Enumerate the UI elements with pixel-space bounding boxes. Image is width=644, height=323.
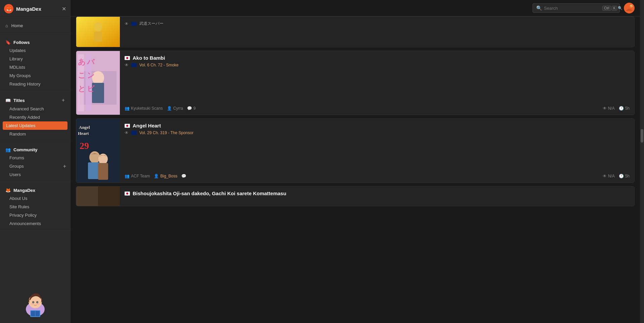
manga-meta-angel: 👥 ACF Team 👤 Big_Boss 💬 👁 [125, 174, 630, 178]
manga-title-angel[interactable]: Angel Heart [133, 123, 161, 128]
chapter-flag-angel [131, 131, 137, 135]
add-group-button[interactable]: + [63, 163, 66, 169]
community-icon: 👥 [5, 147, 11, 152]
chapter-link-angel[interactable]: Vol. 29 Ch. 319 - The Sponsor [139, 130, 193, 135]
community-section-header: 👥 Community [0, 144, 70, 154]
manga-title-bishou[interactable]: Bishoujokashita Oji-san dakedo, Gachi Ko… [133, 191, 286, 196]
bishou-cover-img [76, 186, 120, 206]
ako-cover-svg: あ こ と バ ン ビ [76, 51, 120, 115]
rating-val-angel: N/A [608, 174, 615, 178]
sidebar-item-advanced-search[interactable]: Advanced Search [0, 105, 70, 113]
svg-rect-18 [94, 32, 102, 42]
meta-right-angel: 👁 N/A 🕐 5h [603, 174, 630, 178]
meta-left-angel: 👥 ACF Team 👤 Big_Boss 💬 [125, 174, 186, 178]
logo-area[interactable]: 🦊 MangaDex [4, 4, 41, 13]
table-row: 👁 武道スーパー [76, 16, 635, 47]
sidebar-item-updates[interactable]: Updates [0, 46, 70, 55]
chapter-row-ako: 👁 Vol. 6 Ch. 72 - Smoke [125, 63, 630, 67]
sidebar-item-random[interactable]: Random [0, 130, 70, 138]
table-row: あ こ と バ ン ビ Ako to Bambi 👁 [76, 51, 635, 115]
avatar-icon [625, 4, 633, 12]
svg-text:ビ: ビ [87, 85, 95, 93]
comments-angel[interactable]: 💬 [181, 174, 186, 178]
manga-title-row-angel: Angel Heart [125, 123, 630, 128]
search-icon: 🔍 [536, 5, 542, 11]
svg-text:と: と [78, 85, 86, 93]
search-icon-btn: 🔍 [618, 6, 623, 10]
svg-rect-38 [98, 163, 108, 180]
clock-icon-ako: 🕐 [619, 106, 624, 111]
right-scrollbar[interactable] [640, 0, 644, 323]
manga-cover-bishou [76, 186, 120, 206]
close-sidebar-button[interactable]: ✕ [62, 6, 66, 12]
svg-point-9 [37, 303, 39, 305]
book-icon: 📖 [5, 98, 11, 103]
sidebar-item-mdlists[interactable]: MDLists [0, 63, 70, 71]
svg-rect-40 [76, 186, 98, 206]
add-title-button[interactable]: + [62, 97, 65, 103]
sidebar-item-my-groups[interactable]: My Groups [0, 71, 70, 80]
sidebar-item-home[interactable]: ⌂ Home [0, 20, 70, 31]
sidebar-header: 🦊 MangaDex ✕ [0, 0, 70, 18]
time-angel: 🕐 5h [619, 174, 630, 178]
eye-icon: 👁 [125, 21, 129, 26]
manga-info-ako: Ako to Bambi 👁 Vol. 6 Ch. 72 - Smoke 👥 K… [120, 51, 634, 115]
rating-ako: 👁 N/A [603, 106, 615, 111]
sidebar-item-about-us[interactable]: About Us [0, 194, 70, 203]
origin-flag-ako [125, 56, 130, 60]
sidebar-item-reading-history[interactable]: Reading History [0, 80, 70, 88]
sidebar-item-announcements[interactable]: Announcements [0, 219, 70, 228]
top-bar: 🔍 Ctrl K 🔍 [71, 0, 640, 16]
bookmark-icon: 🔖 [5, 40, 11, 45]
group-icon-ako: 👥 [125, 106, 130, 111]
svg-text:こ: こ [78, 71, 86, 79]
scrollbar-thumb[interactable] [641, 129, 643, 143]
sidebar-item-groups[interactable]: Groups [0, 162, 63, 170]
uploader-name-ako: Cyrra [173, 106, 183, 111]
manga-info-bishou: Bishoujokashita Oji-san dakedo, Gachi Ko… [120, 186, 634, 206]
sidebar-item-library[interactable]: Library [0, 55, 70, 63]
follows-label: Follows [13, 40, 30, 45]
follows-section: 🔖 Follows Updates Library MDLists My Gro… [0, 34, 70, 91]
search-input[interactable] [544, 6, 600, 11]
cover-top-img [76, 17, 120, 47]
uploader-ako[interactable]: 👤 Cyrra [167, 106, 183, 111]
manga-info: 👁 武道スーパー [120, 17, 634, 47]
titles-section: 📖 Titles + Advanced Search Recently Adde… [0, 91, 70, 141]
eye-icon-ako: 👁 [125, 63, 129, 67]
comment-icon-ako: 💬 [187, 106, 192, 111]
sidebar-item-site-rules[interactable]: Site Rules [0, 203, 70, 211]
group-icon-angel: 👥 [125, 174, 130, 178]
home-label: Home [11, 23, 23, 28]
eye-rating-icon-angel: 👁 [603, 174, 607, 178]
user-avatar[interactable] [624, 3, 635, 13]
sidebar-item-latest-updates[interactable]: Latest Updates [3, 121, 67, 130]
comments-ako[interactable]: 💬 9 [187, 106, 196, 111]
scanlator-angel[interactable]: 👥 ACF Team [125, 174, 150, 178]
uploader-angel[interactable]: 👤 Big_Boss [154, 174, 177, 178]
manga-title-ako[interactable]: Ako to Bambi [133, 55, 165, 61]
chapter-link-ako[interactable]: Vol. 6 Ch. 72 - Smoke [139, 63, 179, 67]
follows-section-header: 🔖 Follows [0, 37, 70, 46]
comment-icon-angel: 💬 [181, 174, 186, 178]
table-row: Bishoujokashita Oji-san dakedo, Gachi Ko… [76, 186, 635, 206]
mangadex-section: 🦊 MangaDex About Us Site Rules Privacy P… [0, 182, 70, 231]
eye-icon-angel: 👁 [125, 130, 129, 135]
sidebar-item-forums[interactable]: Forums [0, 154, 70, 162]
titles-section-header: 📖 Titles + [0, 94, 70, 105]
sidebar-item-recently-added[interactable]: Recently Added [0, 113, 70, 121]
home-section: ⌂ Home [0, 18, 70, 34]
ako-cover-img: あ こ と バ ン ビ [76, 51, 120, 115]
sidebar-item-privacy-policy[interactable]: Privacy Policy [0, 211, 70, 219]
svg-point-35 [89, 151, 100, 163]
scanlator-ako[interactable]: 👥 Kyuketsuki Scans [125, 106, 163, 111]
svg-text:Angel: Angel [79, 125, 90, 130]
angel-cover-img: Angel Heart 29 [76, 119, 120, 182]
time-ako: 🕐 5h [619, 106, 630, 111]
home-icon: ⌂ [5, 23, 8, 28]
sidebar-item-users[interactable]: Users [0, 170, 70, 179]
shortcut-ctrl: Ctrl [602, 6, 611, 11]
main-content: 🔍 Ctrl K 🔍 [71, 0, 640, 323]
manga-cover [76, 17, 120, 47]
search-bar: 🔍 Ctrl K 🔍 [533, 3, 620, 13]
